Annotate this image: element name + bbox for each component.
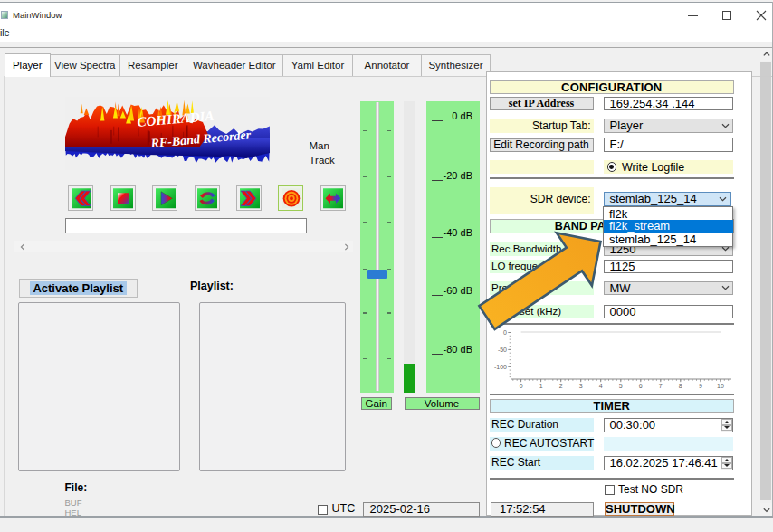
svg-text:7: 7 (659, 383, 663, 389)
svg-text:5: 5 (619, 383, 623, 389)
svg-text:-50: -50 (498, 347, 507, 353)
svg-text:6: 6 (639, 383, 643, 389)
svg-text:3: 3 (579, 383, 583, 389)
svg-text:9: 9 (699, 383, 702, 389)
svg-text:4: 4 (599, 383, 603, 389)
svg-text:-100: -100 (494, 364, 507, 370)
svg-text:10: 10 (717, 383, 724, 389)
svg-text:2: 2 (559, 383, 563, 389)
svg-text:1: 1 (539, 383, 543, 389)
svg-text:8: 8 (679, 383, 682, 389)
svg-text:0: 0 (520, 383, 523, 389)
